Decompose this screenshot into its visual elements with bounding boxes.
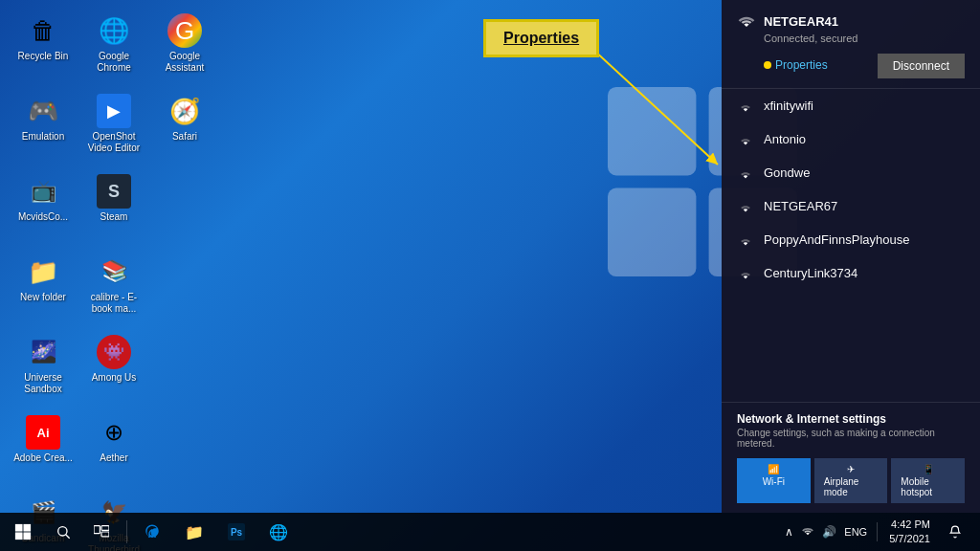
desktop-icons-container: 🗑 Recycle Bin 🌐 Google Chrome G Google A… <box>10 10 218 551</box>
svg-rect-7 <box>23 524 31 532</box>
icon-steam[interactable]: S Steam <box>80 170 147 247</box>
svg-rect-6 <box>15 524 23 532</box>
svg-rect-9 <box>23 532 31 540</box>
svg-line-5 <box>593 50 718 165</box>
taskbar-divider <box>126 520 127 543</box>
explorer-icon: 📁 <box>185 523 204 541</box>
wifi-connected-icon <box>737 13 756 29</box>
wifi-icon <box>737 200 754 213</box>
wifi-icon <box>737 267 754 280</box>
photoshop-icon: Ps <box>228 523 245 540</box>
notification-icon <box>948 525 962 539</box>
taskbar-app-photoshop[interactable]: Ps <box>215 513 257 551</box>
tray-chevron[interactable]: ∧ <box>783 523 795 540</box>
taskbar-app-edge[interactable] <box>131 513 173 551</box>
svg-rect-8 <box>15 532 23 540</box>
network-item[interactable]: xfinitywifi <box>722 89 980 122</box>
wifi-icon <box>737 233 754 247</box>
icon-recycle-bin[interactable]: 🗑 Recycle Bin <box>10 10 77 86</box>
desktop: 🗑 Recycle Bin 🌐 Google Chrome G Google A… <box>0 0 980 551</box>
taskbar-app-explorer[interactable]: 📁 <box>173 513 215 551</box>
tray-volume-icon[interactable]: 🔊 <box>820 523 838 540</box>
svg-rect-12 <box>94 526 100 534</box>
properties-popup: Properties <box>483 19 599 57</box>
taskbar-app-chrome[interactable]: 🌐 <box>257 513 300 551</box>
icon-calibre[interactable]: 📚 calibre - E-book ma... <box>80 251 147 327</box>
airplane-quick-label: Airplane mode <box>824 476 879 497</box>
wifi-quick-action[interactable]: 📶 Wi-Fi <box>737 458 811 503</box>
network-status: Connected, secured <box>764 33 965 44</box>
search-button[interactable] <box>46 513 80 551</box>
airplane-quick-action[interactable]: ✈ Airplane mode <box>814 458 888 503</box>
hotspot-quick-icon: 📱 <box>923 464 934 474</box>
network-settings-title: Network & Internet settings <box>737 412 965 426</box>
hotspot-quick-label: Mobile hotspot <box>901 476 955 497</box>
search-icon <box>56 524 71 540</box>
tray-clock[interactable]: 4:42 PM 5/7/2021 <box>885 518 934 547</box>
network-list: xfinitywifi Antonio Gondwe <box>722 89 980 402</box>
disconnect-button[interactable]: Disconnect <box>878 54 965 78</box>
airplane-quick-icon: ✈ <box>847 464 855 474</box>
wifi-panel: NETGEAR41 Connected, secured Properties … <box>722 0 980 513</box>
network-name-label: Antonio <box>764 132 806 146</box>
start-button[interactable] <box>0 513 46 551</box>
icon-google-assistant[interactable]: G Google Assistant <box>151 10 218 86</box>
network-name-label: PoppyAndFinnsPlayhouse <box>764 232 910 247</box>
icon-new-folder[interactable]: 📁 New folder <box>10 251 77 327</box>
edge-icon <box>144 523 161 540</box>
tray-time: 4:42 PM <box>889 518 930 532</box>
network-item[interactable]: Antonio <box>722 122 980 156</box>
wifi-quick-label: Wi-Fi <box>763 476 785 487</box>
taskbar: 📁 Ps 🌐 ∧ 🔊 ENG 4:42 PM 5/7/2021 <box>0 513 980 551</box>
quick-actions: 📶 Wi-Fi ✈ Airplane mode 📱 Mobile hotspot <box>737 458 965 503</box>
svg-rect-2 <box>608 188 696 276</box>
icon-among-us[interactable]: 👾 Among Us <box>80 331 147 408</box>
svg-rect-13 <box>101 526 109 531</box>
icon-google-chrome[interactable]: 🌐 Google Chrome <box>80 10 147 86</box>
network-item[interactable]: CenturyLink3734 <box>722 256 980 290</box>
svg-rect-14 <box>101 532 109 537</box>
hotspot-quick-action[interactable]: 📱 Mobile hotspot <box>891 458 965 503</box>
icon-mcvids[interactable]: 📺 McvidsCo... <box>10 170 77 247</box>
icon-safari[interactable]: 🧭 Safari <box>151 90 218 166</box>
properties-arrow <box>593 50 746 174</box>
tray-network-icon[interactable] <box>799 523 816 541</box>
windows-logo-icon <box>14 523 32 540</box>
icon-adobe-creative[interactable]: Ai Adobe Crea... <box>10 411 77 488</box>
network-settings-subtitle: Change settings, such as making a connec… <box>737 428 965 449</box>
system-tray: ∧ 🔊 ENG 4:42 PM 5/7/2021 <box>775 513 980 551</box>
network-item[interactable]: PoppyAndFinnsPlayhouse <box>722 223 980 256</box>
svg-line-11 <box>66 535 70 539</box>
network-name-label: NETGEAR67 <box>764 199 837 213</box>
wifi-quick-icon: 📶 <box>768 464 779 474</box>
connected-network-section: NETGEAR41 Connected, secured Properties … <box>722 0 980 89</box>
notification-button[interactable] <box>938 513 972 551</box>
properties-link[interactable]: Properties <box>764 58 828 72</box>
panel-footer: Network & Internet settings Change setti… <box>722 402 980 513</box>
network-name-label: Gondwe <box>764 165 810 180</box>
svg-point-10 <box>58 527 67 536</box>
icon-aether[interactable]: ⊕ Aether <box>80 411 147 488</box>
network-name-label: CenturyLink3734 <box>764 266 858 280</box>
network-name-row: NETGEAR41 <box>737 13 965 29</box>
connected-network-name: NETGEAR41 <box>764 14 838 29</box>
chrome-taskbar-icon: 🌐 <box>269 523 288 541</box>
tray-date: 5/7/2021 <box>889 532 930 546</box>
network-item[interactable]: Gondwe <box>722 156 980 189</box>
task-view-icon <box>94 525 109 539</box>
icon-openshot[interactable]: ▶ OpenShot Video Editor <box>80 90 147 166</box>
icon-universe-sandbox[interactable]: 🌌 Universe Sandbox <box>10 331 77 408</box>
network-item[interactable]: NETGEAR67 <box>722 189 980 223</box>
network-name-label: xfinitywifi <box>764 99 813 113</box>
icon-emulation[interactable]: 🎮 Emulation <box>10 90 77 166</box>
task-view-button[interactable] <box>80 513 122 551</box>
tray-language: ENG <box>842 526 869 538</box>
